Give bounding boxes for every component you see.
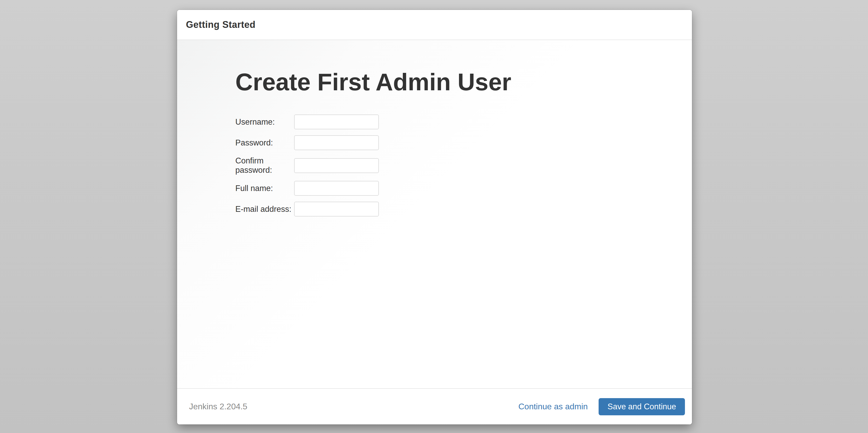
save-and-continue-button[interactable]: Save and Continue [598, 398, 685, 415]
full-name-label: Full name: [235, 184, 294, 193]
form-row-username: Username: [235, 115, 692, 129]
email-label: E-mail address: [235, 205, 294, 214]
form-row-email: E-mail address: [235, 202, 692, 216]
page-title: Create First Admin User [235, 70, 692, 94]
email-input[interactable] [294, 202, 379, 216]
dialog-body: Create First Admin User Username: Passwo… [177, 40, 692, 388]
continue-as-admin-link[interactable]: Continue as admin [518, 402, 588, 411]
dialog-header: Getting Started [177, 10, 692, 40]
username-label: Username: [235, 117, 294, 127]
confirm-password-label: Confirm password: [235, 156, 294, 175]
form-row-password: Password: [235, 135, 692, 150]
password-label: Password: [235, 138, 294, 148]
setup-wizard-dialog: Getting Started Create First Admin User … [177, 10, 692, 425]
username-input[interactable] [294, 115, 379, 129]
form-row-confirm-password: Confirm password: [235, 156, 692, 175]
form-row-full-name: Full name: [235, 181, 692, 196]
admin-user-form: Username: Password: Confirm password: Fu… [235, 115, 692, 216]
dialog-title: Getting Started [186, 19, 256, 30]
full-name-input[interactable] [294, 181, 379, 196]
jenkins-version-label: Jenkins 2.204.5 [189, 402, 247, 411]
dialog-footer: Jenkins 2.204.5 Continue as admin Save a… [177, 388, 692, 425]
confirm-password-input[interactable] [294, 158, 379, 173]
password-input[interactable] [294, 135, 379, 150]
